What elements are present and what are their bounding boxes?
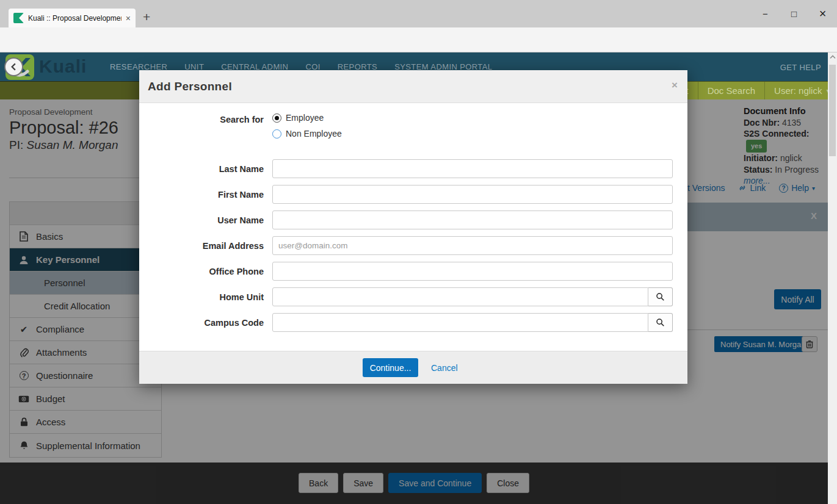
radio-selected-icon[interactable] [272, 113, 281, 123]
office-phone-input[interactable] [272, 262, 673, 281]
scrollbar-thumb[interactable] [829, 65, 836, 156]
radio-employee[interactable]: Employee [272, 113, 673, 123]
scroll-up-icon[interactable] [828, 55, 837, 59]
add-personnel-modal: Add Personnel × Search for Employee Non … [139, 70, 687, 384]
window-minimize-button[interactable]: − [751, 0, 780, 27]
office-phone-label: Office Phone [139, 262, 272, 281]
campus-code-input[interactable] [272, 313, 648, 332]
tab-close-icon[interactable]: × [126, 14, 131, 23]
browser-tab[interactable]: Kuali :: Proposal Developmen × [9, 9, 136, 27]
modal-title: Add Personnel [148, 80, 672, 93]
radio-unselected-icon[interactable] [272, 129, 281, 139]
continue-button[interactable]: Continue... [363, 358, 418, 377]
campus-code-lookup-button[interactable] [648, 313, 673, 332]
email-address-label: Email Address [139, 236, 272, 255]
browser-toolbar: https://siue-sbx.kuali.co/res/kc-pd-krad… [0, 27, 837, 52]
nav-get-help[interactable]: GET HELP [780, 63, 821, 72]
cancel-link[interactable]: Cancel [431, 363, 458, 373]
home-unit-input[interactable] [272, 287, 648, 306]
utility-nav: st Doc Search User: nglick▾ [672, 81, 837, 99]
modal-close-icon[interactable]: × [672, 80, 678, 90]
email-address-input[interactable] [272, 236, 673, 255]
tab-title: Kuali :: Proposal Developmen [28, 14, 121, 23]
last-name-label: Last Name [139, 159, 272, 178]
first-name-input[interactable] [272, 185, 673, 204]
page-scrollbar[interactable] [828, 52, 837, 504]
kuali-favicon-icon [13, 13, 24, 23]
user-name-input[interactable] [272, 211, 673, 229]
home-unit-label: Home Unit [139, 287, 272, 306]
new-tab-button[interactable]: + [143, 10, 150, 24]
radio-non-employee[interactable]: Non Employee [272, 129, 673, 139]
utility-user-menu[interactable]: User: nglick▾ [764, 82, 837, 99]
user-name-label: User Name [139, 211, 272, 229]
campus-code-label: Campus Code [139, 313, 272, 332]
modal-header: Add Personnel × [139, 70, 687, 103]
browser-titlebar: Kuali :: Proposal Developmen × + − □ × [0, 0, 837, 27]
utility-doc-search[interactable]: Doc Search [698, 82, 764, 99]
window-close-button[interactable]: × [808, 0, 837, 27]
search-for-label: Search for [139, 113, 272, 145]
last-name-input[interactable] [272, 159, 673, 178]
home-unit-lookup-button[interactable] [648, 287, 673, 306]
window-maximize-button[interactable]: □ [780, 0, 808, 27]
brand-wordmark[interactable]: Kuali [39, 56, 87, 77]
modal-footer: Continue... Cancel [139, 351, 687, 384]
back-button[interactable] [4, 57, 23, 76]
first-name-label: First Name [139, 185, 272, 204]
modal-body: Search for Employee Non Employee Last Na… [139, 103, 687, 332]
